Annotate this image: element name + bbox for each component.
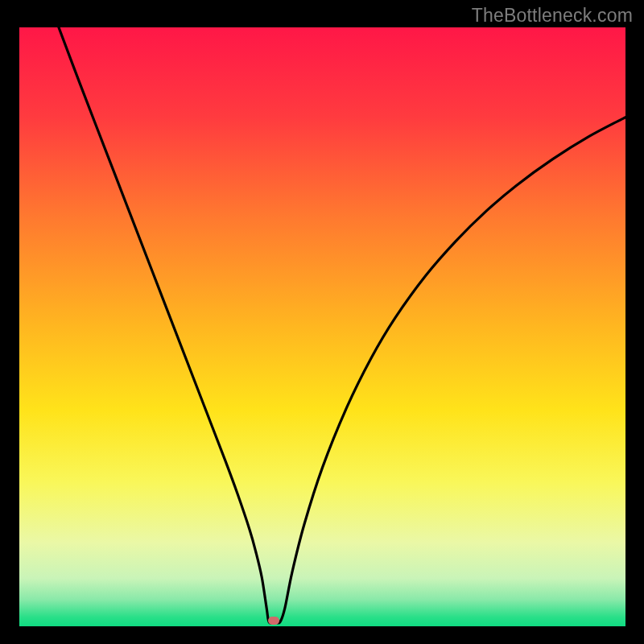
plot-area: [19, 27, 625, 626]
optimal-point-marker: [268, 617, 279, 625]
gradient-background: [19, 27, 625, 626]
watermark-text: TheBottleneck.com: [472, 5, 633, 27]
chart-svg: [19, 27, 625, 626]
